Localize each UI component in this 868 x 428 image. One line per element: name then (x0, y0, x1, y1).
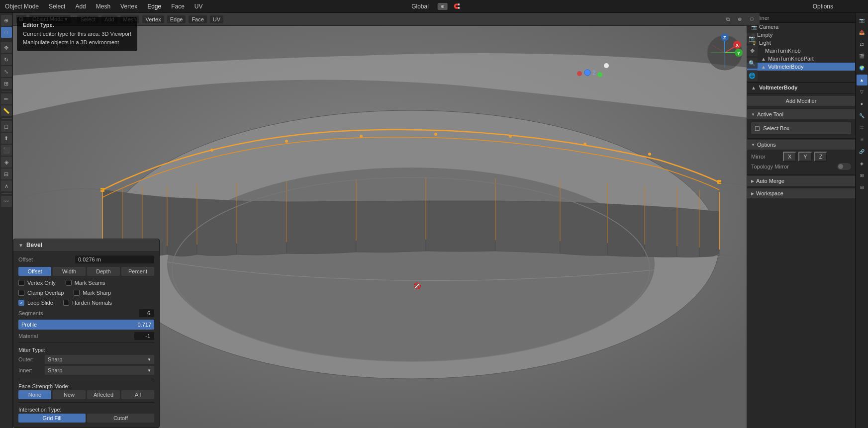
properties-scroll[interactable]: ▲ VoltmeterBody Add Modifier ▼ Active To… (747, 83, 855, 428)
face-btn-new[interactable]: New (53, 390, 86, 399)
options-section-header[interactable]: ▼ Options (747, 140, 855, 150)
menu-vertex[interactable]: Vertex (115, 1, 142, 12)
prop-render-btn[interactable]: 📷 (857, 15, 868, 26)
menu-add[interactable]: Add (70, 1, 91, 12)
prop-output-btn[interactable]: 📤 (857, 27, 868, 38)
bevel-tab-width[interactable]: Width (53, 267, 86, 276)
outliner-item-light[interactable]: 💡 Light (747, 39, 855, 47)
outliner-item-empty[interactable]: ⊕ Empty (747, 31, 855, 39)
prop-scene-btn[interactable]: 🎬 (857, 51, 868, 62)
mark-seams-row: Mark Seams (66, 279, 105, 287)
prop-world-btn[interactable]: 🌍 (857, 63, 868, 74)
outliner-item-mainknob[interactable]: ▶ MainTurnKnob (747, 47, 855, 55)
loop-slide-cb[interactable]: ✓ (18, 300, 24, 306)
topology-mirror-toggle[interactable] (837, 163, 851, 170)
move-btn[interactable]: ✥ (1, 42, 12, 53)
profile-bar[interactable]: Profile 0.717 (18, 320, 154, 330)
prop-uvmaps-btn[interactable]: ⊞ (857, 170, 868, 181)
transform-btn[interactable]: ⊞ (1, 78, 12, 89)
rotate-btn[interactable]: ↻ (1, 54, 12, 65)
prop-object-btn[interactable]: ▲ (857, 75, 868, 86)
transform-dropdown[interactable]: Global (406, 1, 434, 12)
bevel-tab-percent[interactable]: Percent (121, 267, 154, 276)
menu-select[interactable]: Select (44, 1, 70, 12)
grab-smooth-btn[interactable]: 〰 (1, 196, 12, 207)
int-btn-cutoff[interactable]: Cutoff (87, 414, 154, 423)
prop-mesh-btn[interactable]: ▽ (857, 86, 868, 97)
outliner-item-camera[interactable]: 📷 Camera (747, 23, 855, 31)
mirror-x-btn[interactable]: X (783, 152, 796, 162)
bevel-tool-btn[interactable]: ◈ (1, 157, 12, 168)
menu-edge[interactable]: Edge (142, 1, 166, 12)
face-btn-all[interactable]: All (121, 390, 154, 399)
prop-view-layer-btn[interactable]: 🗂 (857, 39, 868, 50)
outliner-item-voltmeterbody[interactable]: ▲ VoltmeterBody (747, 63, 855, 71)
prop-constraints-btn[interactable]: 🔗 (857, 146, 868, 157)
editor-tooltip: Editor Type. Current editor type for thi… (17, 17, 137, 51)
viewport-shading-btn[interactable]: ⧉ (723, 14, 733, 24)
mirror-row: Mirror X Y Z (751, 152, 851, 162)
add-modifier-btn[interactable]: Add Modifier (747, 96, 855, 106)
add-cube-btn[interactable]: ◻ (1, 121, 12, 132)
active-tool-label: Active Tool (757, 111, 783, 117)
options-btn[interactable]: Options (808, 1, 838, 12)
mark-seams-cb[interactable] (66, 280, 72, 286)
menu-mesh[interactable]: Mesh (91, 1, 115, 12)
viewport-world-btn[interactable]: 🌐 (747, 70, 758, 81)
extrude-btn[interactable]: ⬆ (1, 133, 12, 144)
vertex-only-cb[interactable] (18, 280, 24, 286)
bevel-tab-depth[interactable]: Depth (87, 267, 120, 276)
vp-uv[interactable]: UV (210, 15, 223, 23)
measure-btn[interactable]: 📏 (1, 105, 12, 116)
harden-normals-cb[interactable] (63, 300, 69, 306)
select-box-btn[interactable]: □ (1, 27, 12, 38)
int-btn-gridfill[interactable]: Grid Fill (18, 414, 86, 423)
face-btn-affected[interactable]: Affected (87, 390, 120, 399)
annotate-btn[interactable]: ✏ (1, 93, 12, 104)
vp-vertex[interactable]: Vertex (142, 15, 164, 23)
vp-face[interactable]: Face (189, 15, 206, 23)
segments-value[interactable]: 6 (139, 309, 154, 317)
nav-gizmo[interactable]: X Y Z (705, 33, 745, 73)
material-value[interactable]: -1 (134, 332, 154, 340)
prop-physics-btn[interactable]: ⚛ (857, 134, 868, 145)
bevel-tab-offset[interactable]: Offset (18, 267, 51, 276)
inner-dropdown[interactable]: Sharp ▼ (45, 366, 154, 375)
menu-uv[interactable]: UV (190, 1, 208, 12)
viewport-cam-btn[interactable]: 📷 (747, 33, 758, 44)
cursor-tool-btn[interactable]: ⊕ (1, 15, 12, 26)
options-label: Options (757, 142, 776, 148)
loop-cut-btn[interactable]: ⊟ (1, 169, 12, 179)
prop-particles-btn[interactable]: ∷ (857, 122, 868, 133)
viewport-zoom-btn[interactable]: 🔍 (747, 58, 758, 69)
mirror-y-btn[interactable]: Y (798, 152, 812, 162)
clamp-overlap-cb[interactable] (18, 290, 24, 296)
menu-object-mode[interactable]: Object Mode (0, 1, 44, 12)
outliner-item-mainknobpart[interactable]: ▲ MainTurnKnobPart (747, 55, 855, 63)
face-strength-btns: None New Affected All (18, 390, 154, 399)
inset-btn[interactable]: ⬛ (1, 145, 12, 156)
viewport-overlay-btn[interactable]: ⊚ (735, 14, 745, 24)
prop-material-btn[interactable]: ● (857, 98, 868, 109)
outer-dropdown[interactable]: Sharp ▼ (45, 355, 154, 364)
prop-modifier-btn[interactable]: 🔧 (857, 110, 868, 121)
prop-vertexgroups-btn[interactable]: ⊟ (857, 182, 868, 193)
menu-face[interactable]: Face (166, 1, 190, 12)
viewport-move-btn[interactable]: ✥ (747, 45, 758, 56)
knife-btn[interactable]: ∧ (1, 180, 12, 191)
mark-sharp-cb[interactable] (74, 290, 80, 296)
workspace-header[interactable]: ▶ Workspace (747, 188, 855, 198)
viewport-xray-btn[interactable]: ⚇ (747, 14, 757, 24)
face-btn-none[interactable]: None (18, 390, 51, 399)
active-tool-section-header[interactable]: ▼ Active Tool (747, 109, 855, 119)
scale-btn[interactable]: ⤡ (1, 66, 12, 77)
svg-rect-21 (717, 180, 721, 184)
offset-input[interactable]: 0.0276 m (75, 256, 154, 263)
vp-edge[interactable]: Edge (167, 15, 186, 23)
bevel-header[interactable]: ▼ Bevel (13, 239, 159, 251)
prop-shapekeys-btn[interactable]: ◈ (857, 158, 868, 169)
auto-merge-header[interactable]: ▶ Auto Merge (747, 176, 855, 186)
tooltip-line2: Manipulate objects in a 3D environment (23, 38, 131, 47)
mirror-z-btn[interactable]: Z (814, 152, 828, 162)
select-box-item[interactable]: □ Select Box (751, 122, 851, 134)
